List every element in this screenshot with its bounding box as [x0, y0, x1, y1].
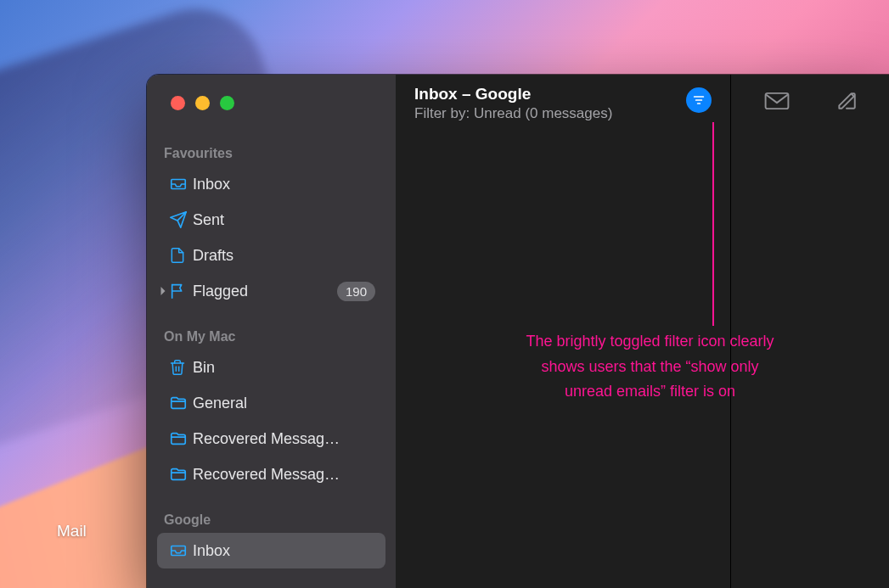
sidebar-section-header[interactable]: Favourites: [147, 141, 396, 166]
folder-icon: [169, 394, 193, 412]
filter-icon: [692, 93, 706, 107]
sidebar-item-label: Inbox: [193, 176, 375, 193]
dock-app-label: Mail: [57, 522, 87, 540]
sidebar-item-drafts[interactable]: Drafts: [157, 238, 385, 273]
sidebar-item-label: Flagged: [193, 283, 337, 300]
filter-status-text: Filter by: Unread (0 messages): [414, 105, 678, 122]
svg-rect-8: [766, 93, 789, 109]
close-window-button[interactable]: [171, 96, 185, 110]
reply-button[interactable]: [765, 89, 789, 113]
sidebar-item-flagged[interactable]: Flagged 190: [157, 273, 385, 309]
inbox-icon: [169, 541, 193, 560]
message-list-header: Inbox – Google Filter by: Unread (0 mess…: [396, 75, 730, 132]
sidebar-item-label: Drafts: [193, 247, 375, 265]
flagged-icon: [169, 282, 193, 300]
sidebar-item-sent[interactable]: Sent: [157, 202, 385, 238]
window-controls: [147, 96, 396, 110]
annotation-caption: The brightly toggled filter icon clearly…: [525, 329, 775, 405]
annotation-pointer-line: [712, 122, 714, 326]
sidebar: Favourites Inbox Sent Drafts: [147, 75, 396, 588]
message-toolbar: [731, 75, 889, 127]
drafts-icon: [169, 246, 193, 265]
folder-icon: [169, 429, 193, 448]
sidebar-item-label: General: [193, 395, 375, 412]
sidebar-item-general[interactable]: General: [157, 385, 385, 421]
filter-toggle-button[interactable]: [686, 87, 712, 113]
sent-icon: [169, 210, 193, 229]
sidebar-item-recovered1[interactable]: Recovered Messag…: [157, 421, 385, 456]
sidebar-item-label: Bin: [193, 359, 375, 377]
minimize-window-button[interactable]: [195, 96, 210, 110]
sidebar-item-google-inbox[interactable]: Inbox: [157, 533, 385, 568]
folder-icon: [169, 465, 193, 484]
sidebar-item-label: Sent: [193, 211, 375, 229]
sidebar-section-header[interactable]: Google: [147, 507, 396, 533]
count-badge: 190: [337, 282, 375, 301]
compose-button[interactable]: [835, 89, 858, 113]
sidebar-item-label: Recovered Messag…: [193, 466, 375, 484]
chevron-right-icon[interactable]: [157, 286, 169, 296]
sidebar-item-label: Recovered Messag…: [193, 430, 375, 448]
sidebar-item-inbox[interactable]: Inbox: [157, 166, 385, 202]
sidebar-item-recovered2[interactable]: Recovered Messag…: [157, 456, 385, 492]
sidebar-section-header[interactable]: On My Mac: [147, 324, 396, 350]
inbox-icon: [169, 175, 193, 193]
sidebar-item-bin[interactable]: Bin: [157, 350, 385, 385]
mailbox-title: Inbox – Google: [414, 85, 678, 104]
sidebar-item-label: Inbox: [193, 542, 375, 560]
trash-icon: [169, 358, 193, 377]
fullscreen-window-button[interactable]: [220, 96, 234, 110]
compose-icon: [836, 90, 858, 112]
envelope-icon: [764, 92, 790, 110]
mail-window: Favourites Inbox Sent Drafts: [147, 75, 889, 588]
